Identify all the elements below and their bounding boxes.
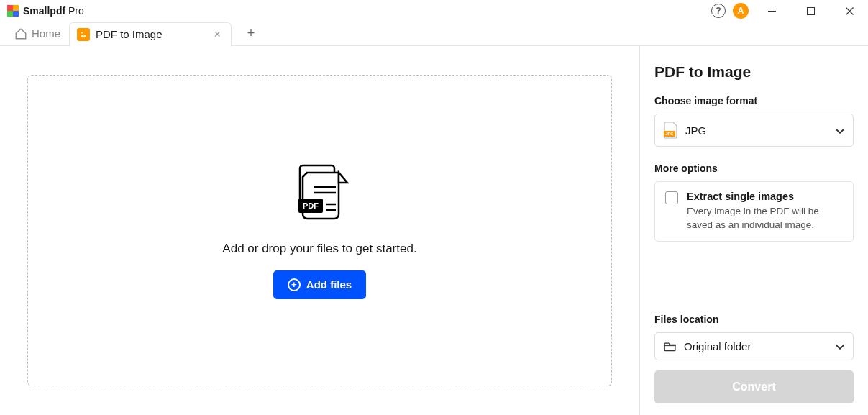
titlebar-right: ? A [711,0,865,22]
close-icon [846,7,854,15]
tabs-row: Home PDF to Image × + [0,22,868,46]
folder-icon [664,342,677,352]
svg-rect-0 [768,11,776,12]
add-files-button[interactable]: + Add files [273,270,366,299]
format-select[interactable]: JPG JPG [654,114,854,147]
new-tab-button[interactable]: + [239,22,263,46]
tab-active[interactable]: PDF to Image × [69,22,232,47]
tab-close-button[interactable]: × [211,28,224,41]
files-location-label: Files location [654,314,854,325]
dropzone[interactable]: PDF Add or drop your files to get starte… [27,75,612,386]
extract-checkbox[interactable] [665,191,678,204]
sidebar-title: PDF to Image [654,63,854,81]
pdf-stack-icon: PDF [291,163,349,227]
window-close-button[interactable] [833,0,865,22]
chevron-down-icon [836,124,844,137]
chevron-down-icon [836,340,844,352]
add-files-label: Add files [306,278,352,291]
svg-text:JPG: JPG [665,132,673,136]
jpg-file-icon: JPG [664,122,678,139]
extract-title: Extract single images [687,191,843,202]
format-value: JPG [685,124,706,137]
app-tier-text: Pro [68,5,84,17]
app-name-text: Smallpdf [23,5,65,17]
minimize-icon [768,11,776,12]
avatar[interactable]: A [733,3,749,19]
main-pane: PDF Add or drop your files to get starte… [0,46,639,415]
titlebar-left: Smallpdf Pro [7,5,84,17]
app-logo [7,5,19,17]
window-maximize-button[interactable] [795,0,826,22]
svg-text:PDF: PDF [303,201,319,210]
plus-circle-icon: + [288,278,301,291]
tab-home-label: Home [32,27,60,40]
tab-active-label: PDF to Image [96,28,163,40]
maximize-icon [807,7,815,15]
more-options-label: More options [654,163,854,174]
svg-rect-1 [807,7,814,14]
sidebar-bottom: Files location Original folder Convert [654,314,854,403]
dropzone-text: Add or drop your files to get started. [222,242,416,256]
extract-option-card: Extract single images Every image in the… [654,181,854,242]
app-name: Smallpdf Pro [23,5,84,17]
extract-desc: Every image in the PDF will be saved as … [687,205,843,232]
sidebar: PDF to Image Choose image format JPG JPG… [639,46,868,415]
titlebar: Smallpdf Pro ? A [0,0,868,22]
files-location-select[interactable]: Original folder [654,332,854,360]
format-label: Choose image format [654,95,854,106]
body-area: PDF Add or drop your files to get starte… [0,46,868,415]
tab-home[interactable]: Home [7,22,68,46]
window-minimize-button[interactable] [756,0,787,22]
pdf-to-image-icon [77,28,90,41]
extract-text: Extract single images Every image in the… [687,191,843,232]
convert-button[interactable]: Convert [654,370,854,403]
files-location-value: Original folder [684,340,751,352]
home-icon [14,27,27,40]
svg-point-2 [81,32,83,33]
help-icon[interactable]: ? [711,4,726,18]
